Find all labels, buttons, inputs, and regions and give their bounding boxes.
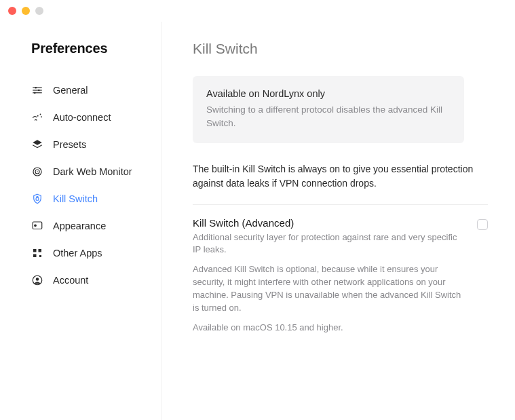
sidebar-item-dark-web-monitor[interactable]: Dark Web Monitor (31, 158, 145, 185)
setting-kill-switch-advanced: Kill Switch (Advanced) Additional securi… (193, 217, 488, 335)
setting-description: Advanced Kill Switch is optional, becaus… (193, 263, 463, 314)
info-box: Available on NordLynx only Switching to … (193, 76, 464, 143)
sidebar-item-label: Other Apps (53, 248, 102, 259)
shield-lock-icon (31, 193, 43, 205)
sidebar-item-general[interactable]: General (31, 77, 145, 104)
sidebar-item-account[interactable]: Account (31, 267, 145, 294)
svg-rect-19 (39, 255, 41, 257)
sliders-icon (31, 84, 43, 96)
svg-point-4 (38, 90, 40, 92)
svg-point-6 (40, 114, 41, 115)
sidebar-item-label: Dark Web Monitor (53, 166, 132, 177)
sidebar-item-label: Presets (53, 139, 86, 150)
svg-point-5 (34, 92, 36, 94)
svg-rect-18 (33, 254, 37, 258)
sidebar-title: Preferences (31, 41, 145, 56)
sidebar: Preferences General Auto-connect Presets (0, 22, 161, 420)
sidebar-item-label: Auto-connect (53, 112, 111, 123)
info-box-title: Available on NordLynx only (206, 88, 451, 99)
sidebar-item-presets[interactable]: Presets (31, 131, 145, 158)
sidebar-item-label: Appearance (53, 221, 106, 231)
svg-marker-9 (33, 140, 42, 145)
appearance-icon (31, 220, 43, 232)
svg-point-21 (36, 278, 39, 281)
nav-list: General Auto-connect Presets Dark Web Mo… (31, 77, 145, 294)
sidebar-item-appearance[interactable]: Appearance (31, 212, 145, 240)
apps-grid-icon (31, 247, 43, 259)
main-content: Kill Switch Available on NordLynx only S… (161, 22, 515, 420)
sidebar-item-label: Account (53, 275, 88, 286)
svg-rect-13 (36, 198, 39, 201)
signal-icon (31, 111, 43, 123)
svg-point-3 (35, 87, 37, 89)
user-icon (31, 274, 43, 286)
svg-rect-16 (33, 249, 37, 252)
svg-rect-17 (39, 249, 42, 252)
setting-subtitle: Additional security layer for protection… (193, 231, 463, 257)
svg-point-15 (34, 224, 37, 227)
target-icon (31, 166, 43, 178)
divider (193, 204, 488, 205)
layers-icon (31, 138, 43, 151)
window-close-button[interactable] (8, 7, 16, 15)
setting-note: Available on macOS 10.15 and higher. (193, 322, 463, 335)
intro-text: The built-in Kill Switch is always on to… (193, 162, 488, 191)
sidebar-item-label: Kill Switch (53, 193, 98, 204)
sidebar-item-auto-connect[interactable]: Auto-connect (31, 104, 145, 131)
svg-point-8 (41, 116, 42, 117)
sidebar-item-kill-switch[interactable]: Kill Switch (31, 185, 145, 212)
page-title: Kill Switch (193, 41, 488, 57)
info-box-desc: Switching to a different protocol disabl… (206, 103, 451, 131)
kill-switch-advanced-checkbox[interactable] (477, 219, 488, 230)
svg-point-12 (37, 171, 38, 172)
svg-point-7 (37, 115, 39, 117)
sidebar-item-label: General (53, 85, 88, 96)
window-minimize-button[interactable] (22, 7, 30, 15)
setting-title: Kill Switch (Advanced) (193, 217, 463, 229)
sidebar-item-other-apps[interactable]: Other Apps (31, 240, 145, 267)
window-controls (0, 0, 515, 22)
window-maximize-button[interactable] (35, 7, 43, 15)
